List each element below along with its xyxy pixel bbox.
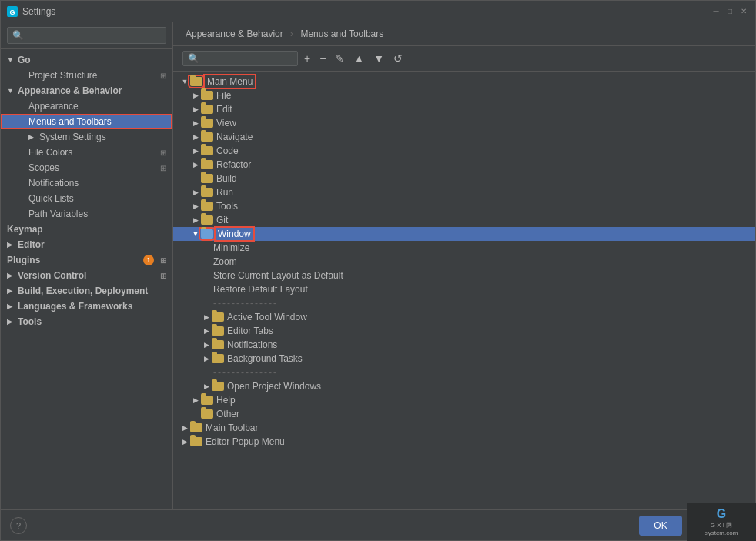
tree-item-editor-tabs[interactable]: ▶ Editor Tabs <box>173 324 755 338</box>
separator1-label: -------------- <box>213 298 278 309</box>
git-folder-icon <box>201 215 213 225</box>
sidebar-item-languages-frameworks[interactable]: ▶ Languages & Frameworks <box>1 299 172 314</box>
appearance-behavior-label: Appearance & Behavior <box>18 85 122 96</box>
navigate-folder-icon <box>201 132 213 142</box>
bottom-bar: ? OK Cancel <box>1 509 755 540</box>
sidebar-item-appearance[interactable]: Appearance <box>1 99 172 114</box>
tree-search-input[interactable] <box>182 51 298 66</box>
editor-tabs-label: Editor Tabs <box>227 326 273 336</box>
tree-item-tools-menu[interactable]: ▶ Tools <box>173 199 755 213</box>
tree-item-notifications[interactable]: ▶ Notifications <box>173 338 755 352</box>
plugins-badge: 1 <box>143 255 154 265</box>
tree-item-main-menu[interactable]: ▼ Main Menu <box>173 75 755 88</box>
run-folder-icon <box>201 188 213 197</box>
breadcrumb-separator: › <box>290 28 293 39</box>
build-execution-label: Build, Execution, Deployment <box>18 286 148 296</box>
run-label: Run <box>216 187 233 198</box>
sidebar-item-path-variables[interactable]: Path Variables <box>1 206 172 222</box>
tree-item-restore-layout[interactable]: Restore Default Layout <box>173 282 755 296</box>
tree-item-run[interactable]: ▶ Run <box>173 185 755 199</box>
sidebar-item-go[interactable]: ▼ Go <box>1 52 172 68</box>
help-arrow: ▶ <box>190 396 201 404</box>
maximize-button[interactable]: □ <box>724 6 735 17</box>
tree-item-navigate[interactable]: ▶ Navigate <box>173 130 755 144</box>
sidebar-item-tools[interactable]: ▶ Tools <box>1 314 172 329</box>
window-folder-icon <box>201 229 213 239</box>
tree-item-git[interactable]: ▶ Git <box>173 213 755 227</box>
restore-layout-label: Restore Default Layout <box>213 284 308 295</box>
sidebar-item-editor[interactable]: ▶ Editor <box>1 237 172 252</box>
edit-button[interactable]: ✎ <box>332 51 347 66</box>
help-button[interactable]: ? <box>10 517 27 534</box>
other-folder-icon <box>201 409 213 419</box>
tree-item-main-toolbar[interactable]: ▶ Main Toolbar <box>173 421 755 435</box>
tree-item-view[interactable]: ▶ View <box>173 116 755 130</box>
tree-item-active-tool-window[interactable]: ▶ Active Tool Window <box>173 310 755 324</box>
help-folder-icon <box>201 396 213 405</box>
path-variables-label: Path Variables <box>28 209 88 219</box>
tree-item-store-layout[interactable]: Store Current Layout as Default <box>173 269 755 282</box>
go-arrow: ▼ <box>7 56 15 64</box>
build-folder-icon <box>201 174 213 183</box>
move-down-button[interactable]: ▼ <box>370 51 387 66</box>
file-colors-label: File Colors <box>28 147 72 158</box>
refactor-arrow: ▶ <box>190 161 201 169</box>
tree-item-code[interactable]: ▶ Code <box>173 144 755 158</box>
app-icon: G <box>7 6 18 17</box>
breadcrumb-part2: Menus and Toolbars <box>300 28 383 39</box>
store-layout-label: Store Current Layout as Default <box>213 270 343 281</box>
sidebar-item-menus-toolbars[interactable]: Menus and Toolbars <box>1 114 172 129</box>
main-menu-folder-icon <box>190 77 202 86</box>
sidebar-item-scopes[interactable]: Scopes ⊞ <box>1 160 172 175</box>
separator2-label: -------------- <box>213 367 278 378</box>
view-arrow: ▶ <box>190 119 201 127</box>
editor-popup-menu-arrow: ▶ <box>179 438 190 446</box>
sidebar-search-input[interactable] <box>7 27 166 44</box>
tree-item-open-project-windows[interactable]: ▶ Open Project Windows <box>173 379 755 393</box>
tree-item-other[interactable]: Other <box>173 407 755 421</box>
project-structure-label: Project Structure <box>28 70 97 81</box>
editor-label: Editor <box>18 239 45 250</box>
tree-item-background-tasks[interactable]: ▶ Background Tasks <box>173 352 755 366</box>
sidebar-item-quick-lists[interactable]: Quick Lists <box>1 191 172 206</box>
sidebar-item-system-settings[interactable]: ▶ System Settings <box>1 129 172 145</box>
remove-button[interactable]: − <box>316 51 329 66</box>
open-project-windows-label: Open Project Windows <box>227 381 321 392</box>
sidebar-item-file-colors[interactable]: File Colors ⊞ <box>1 145 172 160</box>
tree-item-window[interactable]: ▼ Window <box>173 227 755 241</box>
sidebar-item-build-execution[interactable]: ▶ Build, Execution, Deployment <box>1 283 172 299</box>
sidebar-item-plugins[interactable]: Plugins 1 ⊞ <box>1 252 172 268</box>
build-label: Build <box>216 173 237 184</box>
project-structure-icon: ⊞ <box>160 72 166 80</box>
tree-item-zoom[interactable]: Zoom <box>173 255 755 269</box>
close-button[interactable]: ✕ <box>738 6 749 17</box>
active-tool-window-arrow: ▶ <box>201 313 212 321</box>
tree-item-refactor[interactable]: ▶ Refactor <box>173 158 755 172</box>
run-arrow: ▶ <box>190 189 201 196</box>
tree-item-file[interactable]: ▶ File <box>173 88 755 102</box>
tree-item-minimize[interactable]: Minimize <box>173 241 755 255</box>
tree-item-edit[interactable]: ▶ Edit <box>173 102 755 116</box>
notifications-label: Notifications <box>28 178 79 189</box>
tree-item-editor-popup-menu[interactable]: ▶ Editor Popup Menu <box>173 435 755 449</box>
move-up-button[interactable]: ▲ <box>350 51 367 66</box>
sidebar-item-project-structure[interactable]: Project Structure ⊞ <box>1 68 172 83</box>
sidebar-item-version-control[interactable]: ▶ Version Control ⊞ <box>1 268 172 283</box>
version-control-label: Version Control <box>18 270 86 281</box>
git-arrow: ▶ <box>190 216 201 224</box>
add-button[interactable]: + <box>301 51 313 66</box>
tools-menu-label: Tools <box>216 201 238 212</box>
reset-button[interactable]: ↺ <box>390 51 406 66</box>
sidebar-item-keymap[interactable]: Keymap <box>1 222 172 237</box>
breadcrumb: Appearance & Behavior › Menus and Toolba… <box>173 22 755 46</box>
ok-button[interactable]: OK <box>639 516 681 536</box>
edit-folder-icon <box>201 105 213 114</box>
editor-popup-menu-label: Editor Popup Menu <box>206 436 285 447</box>
code-folder-icon <box>201 146 213 155</box>
tree-item-help[interactable]: ▶ Help <box>173 393 755 407</box>
editor-tabs-folder-icon <box>212 326 224 336</box>
minimize-button[interactable]: ─ <box>711 6 721 17</box>
tree-item-build[interactable]: Build <box>173 172 755 185</box>
sidebar-item-notifications[interactable]: Notifications <box>1 175 172 191</box>
sidebar-item-appearance-behavior[interactable]: ▼ Appearance & Behavior <box>1 83 172 99</box>
